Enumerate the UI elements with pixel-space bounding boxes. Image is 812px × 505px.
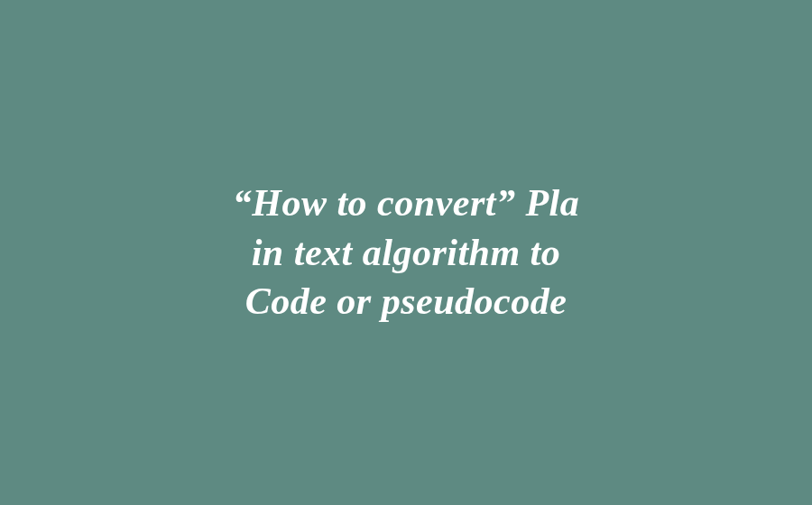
quote-line-2: in text algorithm to: [233, 228, 579, 278]
quote-line-3: Code or pseudocode: [233, 277, 579, 326]
quote-line-1: “How to convert” Pla: [233, 179, 579, 228]
quote-text: “How to convert” Pla in text algorithm t…: [179, 179, 633, 326]
